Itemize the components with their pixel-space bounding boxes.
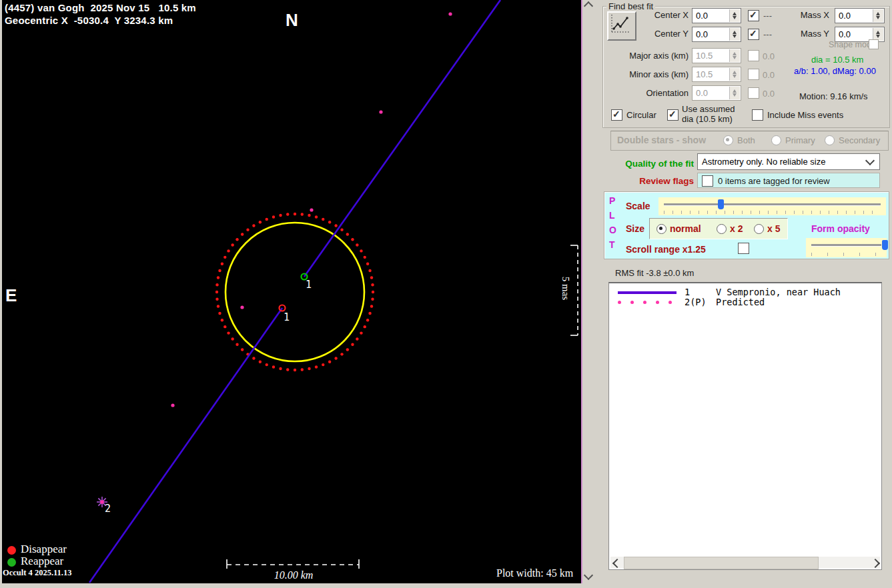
diameter-readout: dia = 10.5 km [811,55,863,65]
chevron-down-icon [865,156,875,165]
mass-x-spinner[interactable]: 0.0 [835,8,885,23]
mass-x-label: Mass X [791,10,829,20]
ab-dmag-readout: a/b: 1.00, dMag: 0.00 [794,66,876,76]
uncertainty-dot [308,214,310,217]
uncertainty-dot [218,269,221,272]
mass-y-label: Mass Y [791,29,829,39]
major-axis-fit-checkbox[interactable] [748,50,759,61]
plot-letter-p: P [609,195,615,206]
use-assumed-checkbox[interactable] [667,109,679,121]
chord-line-lower [89,308,282,583]
uncertainty-dot [217,276,219,279]
circular-checkbox[interactable] [611,109,622,121]
uncertainty-dot [259,221,262,223]
uncertainty-dot [368,312,371,315]
uncertainty-dot [360,249,362,252]
opacity-slider-thumb[interactable] [882,240,888,250]
orientation-fit-checkbox[interactable] [748,87,759,99]
uncertainty-dot [279,214,282,217]
uncertainty-dot [322,363,324,366]
uncertainty-dot [371,298,374,301]
scroll-range-label: Scroll range x1.25 [626,244,706,255]
uncertainty-dot [241,233,244,235]
hscroll-left-button[interactable] [610,557,622,568]
minor-axis-spinner[interactable]: 10.5 [692,67,741,82]
minor-axis-label: Minor axis (km) [619,69,689,79]
double-primary-radio[interactable] [771,135,781,145]
scale-slider-ticks [664,211,881,214]
plot-letter-t: T [609,239,615,250]
uncertainty-dot [246,228,249,231]
uncertainty-dot [252,357,255,359]
form-opacity-label: Form opacity [811,223,870,234]
major-axis-spinner[interactable]: 10.5 [692,48,741,63]
uncertainty-dot [301,368,304,371]
scale-slider-thumb[interactable] [718,199,724,209]
chord1-number: 1 [685,287,690,297]
chart-icon [608,13,631,35]
uncertainty-dot [221,263,224,265]
uncertainty-dot [286,213,289,215]
major-axis-aux: 0.0 [763,51,775,61]
uncertainty-dot [294,213,296,215]
uncertainty-dot [224,325,226,328]
review-flags-checkbox[interactable] [702,175,713,187]
major-axis-label: Major axis (km) [619,51,689,61]
uncertainty-dot [215,298,218,301]
size-normal-radio[interactable] [656,224,666,234]
hscroll-thumb[interactable] [624,557,819,569]
mass-x-value: 0.0 [839,11,851,21]
size-x5-label: x 5 [767,223,780,234]
chords-listbox[interactable]: 1 V Sempronio, near Huach 2(P) Predicted [608,282,882,570]
quality-dropdown[interactable]: Astrometry only. No reliable size [697,153,880,170]
include-miss-checkbox[interactable] [752,109,763,121]
fit-chart-button[interactable] [607,11,636,41]
motion-readout: Motion: 9.16 km/s [799,91,868,101]
shape-model-checkbox[interactable] [869,39,879,49]
uncertainty-dot [217,305,219,307]
plot-title-line1: (4457) van Gogh 2025 Nov 15 10.5 km [5,2,196,13]
opacity-slider-track [811,244,881,247]
minor-axis-value: 10.5 [696,69,713,79]
orientation-spinner[interactable]: 0.0 [692,85,741,101]
quality-value: Astrometry only. No reliable size [702,157,825,167]
uncertainty-dot [231,243,234,246]
rms-fit-label: RMS fit -3.8 ±0.0 km [615,268,694,278]
east-label: E [5,285,17,306]
listbox-hscrollbar[interactable] [610,557,880,568]
scroll-range-checkbox[interactable] [738,243,749,254]
uncertainty-dot [252,224,255,227]
center-x-spinner[interactable]: 0.0 [692,8,741,23]
predicted-star-center [100,500,104,504]
center-y-fit-checkbox[interactable] [748,29,759,40]
center-x-fit-checkbox[interactable] [748,10,759,21]
uncertainty-dot [334,224,337,227]
uncertainty-dot [236,343,238,346]
double-secondary-radio[interactable] [825,135,835,145]
size-x2-radio[interactable] [717,224,727,234]
asteroid-circle [226,223,364,361]
double-both-radio[interactable] [723,135,733,145]
spin-down-icon[interactable] [733,16,737,19]
form-opacity-slider[interactable] [806,238,887,257]
scale-slider[interactable] [658,197,886,215]
orientation-aux: 0.0 [763,89,775,99]
hscroll-right-button[interactable] [869,557,880,568]
uncertainty-dot [294,369,296,371]
uncertainty-dot [279,367,282,370]
review-flags-text: 0 items are tagged for review [718,176,830,186]
double-stars-label: Double stars - show [617,135,706,145]
uncertainty-dot [227,249,230,252]
size-x2-label: x 2 [730,223,743,234]
center-y-spinner[interactable]: 0.0 [692,27,741,42]
center-y-value: 0.0 [696,29,708,39]
disappear-legend-icon [7,546,16,555]
include-miss-label: Include Miss events [767,110,843,120]
size-x5-radio[interactable] [754,224,764,234]
uncertainty-dot [371,283,374,286]
uncertainty-dot [227,331,230,334]
minor-axis-fit-checkbox[interactable] [748,69,759,80]
double-stars-panel: Double stars - show Both Primary Seconda… [610,131,889,151]
chord1-line-swatch [618,291,677,294]
spin-up-icon[interactable] [733,12,737,15]
